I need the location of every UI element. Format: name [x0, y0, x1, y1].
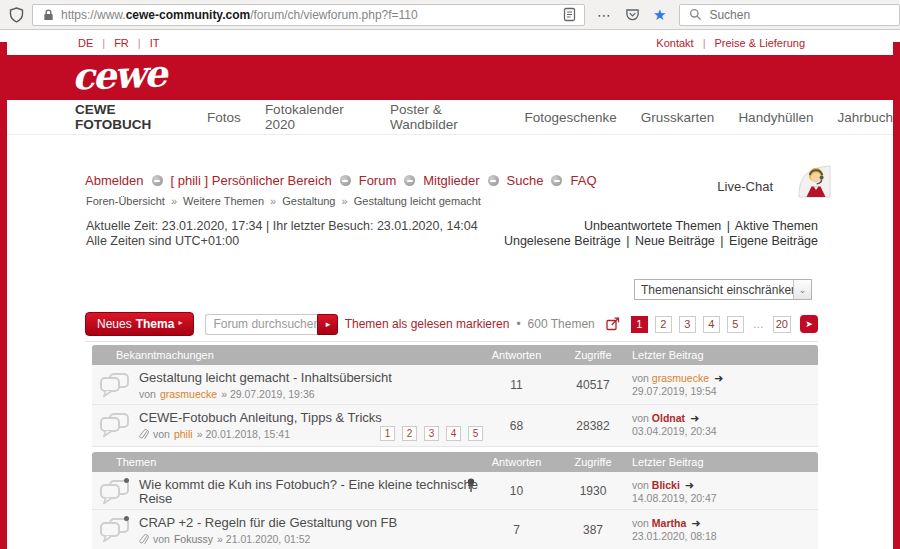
- cewe-logo[interactable]: cewe: [71, 51, 166, 98]
- next-page-button[interactable]: ➤: [800, 315, 818, 333]
- reader-mode-icon[interactable]: [563, 7, 576, 22]
- page-5-button[interactable]: 5: [727, 316, 744, 333]
- kontakt-link[interactable]: Kontakt: [656, 37, 693, 49]
- page-3-button[interactable]: 3: [679, 316, 696, 333]
- topic-title-link[interactable]: Wie kommt die Kuh ins Fotobuch? - Eine k…: [139, 478, 479, 506]
- page-right-red-edge: [893, 42, 900, 549]
- author-link[interactable]: grasmuecke: [160, 388, 217, 400]
- forum-search-submit-button[interactable]: ▸: [317, 314, 338, 335]
- attachment-icon: [139, 534, 149, 545]
- url-bar[interactable]: https://www.cewe-community.com/forum/ch/…: [32, 4, 585, 26]
- replies-count: 10: [479, 472, 554, 509]
- views-count: 28382: [554, 405, 632, 446]
- last-post-author-link[interactable]: Martha: [652, 517, 686, 529]
- nav-fotos[interactable]: Fotos: [207, 110, 241, 125]
- browser-search-box[interactable]: [679, 4, 900, 26]
- pocket-icon[interactable]: [625, 7, 640, 22]
- page-2-button[interactable]: 2: [655, 316, 672, 333]
- mini-page-2[interactable]: 2: [402, 426, 417, 441]
- last-post-author-link[interactable]: Oldnat: [652, 412, 685, 424]
- last-post-date: 03.04.2019, 20:34: [632, 425, 818, 438]
- pinned-topic-icon: [465, 478, 477, 497]
- nav-fotokalender[interactable]: Fotokalender 2020: [265, 102, 366, 132]
- breadcrumb-current[interactable]: Gestaltung leicht gemacht: [354, 195, 481, 207]
- preise-lieferung-link[interactable]: Preise & Lieferung: [715, 37, 806, 49]
- topic-count: 600 Themen: [528, 317, 595, 331]
- breadcrumb-foren-uebersicht[interactable]: Foren-Übersicht: [86, 195, 165, 207]
- browser-search-input[interactable]: [709, 8, 869, 22]
- new-topic-button[interactable]: Neues Thema ▸: [85, 312, 194, 336]
- lock-icon[interactable]: [42, 8, 55, 22]
- replies-count: 11: [479, 365, 554, 404]
- button-arrow-icon: ▸: [178, 318, 182, 327]
- page-actions-icon[interactable]: ⋯: [597, 7, 612, 23]
- topics-header: Themen Antworten Zugriffe Letzter Beitra…: [92, 452, 818, 472]
- live-chat-label: Live-Chat: [717, 179, 773, 194]
- forum-actions-bar: Neues Thema ▸ ▸ Themen als gelesen marki…: [85, 311, 818, 337]
- live-chat-agent-icon: [786, 162, 832, 198]
- topic-title-link[interactable]: CEWE-Fotobuch Anleitung, Tipps & Tricks: [139, 411, 382, 425]
- goto-last-post-icon[interactable]: ➜: [691, 517, 700, 529]
- lang-it[interactable]: IT: [150, 37, 160, 49]
- forum-search-input[interactable]: [205, 314, 317, 335]
- menu-persoenlicher-bereich[interactable]: [ phili ] Persönlicher Bereich: [171, 173, 332, 188]
- goto-last-post-icon[interactable]: ➜: [685, 479, 694, 491]
- session-times: Aktuelle Zeit: 23.01.2020, 17:34 | Ihr l…: [86, 219, 478, 249]
- nav-grusskarten[interactable]: Grusskarten: [641, 110, 715, 125]
- mini-page-1[interactable]: 1: [380, 426, 395, 441]
- tracking-shield-icon[interactable]: [9, 7, 24, 23]
- section-divider: [85, 341, 818, 342]
- menu-suche[interactable]: Suche: [507, 173, 544, 188]
- last-post-author-link[interactable]: Blicki: [652, 479, 680, 491]
- brand-banner: cewe: [0, 55, 900, 100]
- menu-separator-icon: [340, 175, 351, 186]
- unread-marker-icon: [124, 478, 129, 483]
- url-scheme: https://www.: [61, 8, 126, 22]
- goto-last-post-icon[interactable]: ➜: [714, 372, 723, 384]
- forum-user-menu: Abmelden [ phili ] Persönlicher Bereich …: [85, 173, 597, 188]
- breadcrumb-weitere-themen[interactable]: Weitere Themen: [183, 195, 264, 207]
- mark-topics-read-link[interactable]: Themen als gelesen markieren: [345, 317, 510, 331]
- mini-page-3[interactable]: 3: [424, 426, 439, 441]
- menu-forum[interactable]: Forum: [359, 173, 397, 188]
- last-post-author-link[interactable]: grasmuecke: [652, 372, 709, 384]
- nav-poster-wandbilder[interactable]: Poster & Wandbilder: [390, 102, 501, 132]
- breadcrumb-gestaltung[interactable]: Gestaltung: [282, 195, 335, 207]
- page-1-button[interactable]: 1: [631, 316, 648, 333]
- topic-title-link[interactable]: CRAP +2 - Regeln für die Gestaltung von …: [139, 516, 397, 530]
- last-post-date: 14.08.2019, 20:47: [632, 492, 818, 505]
- menu-mitglieder[interactable]: Mitglieder: [423, 173, 479, 188]
- nav-fotogeschenke[interactable]: Fotogeschenke: [525, 110, 617, 125]
- link-eigene-beitraege[interactable]: Eigene Beiträge: [729, 234, 818, 248]
- topic-view-filter-select[interactable]: Themenansicht einschränken... ⌄: [634, 279, 812, 300]
- goto-last-post-icon[interactable]: ➜: [690, 412, 699, 424]
- menu-faq[interactable]: FAQ: [570, 173, 596, 188]
- link-ungelesene-beitraege[interactable]: Ungelesene Beiträge: [504, 234, 621, 248]
- lang-fr[interactable]: FR: [114, 37, 129, 49]
- mini-page-4[interactable]: 4: [446, 426, 461, 441]
- nav-cewe-fotobuch[interactable]: CEWE FOTOBUCH: [75, 102, 183, 132]
- nav-handyhuellen[interactable]: Handyhüllen: [738, 110, 813, 125]
- author-link[interactable]: phili: [174, 428, 193, 440]
- page-4-button[interactable]: 4: [703, 316, 720, 333]
- author-link[interactable]: Fokussy: [174, 533, 213, 545]
- nav-jahrbuch[interactable]: Jahrbuch: [837, 110, 893, 125]
- external-link-icon[interactable]: [606, 317, 620, 331]
- page-left-red-edge: [0, 42, 7, 549]
- topic-title-link[interactable]: Gestaltung leicht gemacht - Inhaltsübers…: [139, 371, 392, 385]
- link-neue-beitraege[interactable]: Neue Beiträge: [635, 234, 715, 248]
- lang-de[interactable]: DE: [78, 37, 93, 49]
- link-unbeantwortete-themen[interactable]: Unbeantwortete Themen: [584, 219, 721, 233]
- page-20-button[interactable]: 20: [773, 316, 791, 333]
- table-row: CRAP +2 - Regeln für die Gestaltung von …: [92, 510, 818, 549]
- table-row: Wie kommt die Kuh ins Fotobuch? - Eine k…: [92, 472, 818, 510]
- mini-page-5[interactable]: 5: [468, 426, 483, 441]
- browser-toolbar: https://www.cewe-community.com/forum/ch/…: [0, 0, 900, 30]
- url-path: /forum/ch/viewforum.php?f=110: [250, 8, 418, 22]
- menu-abmelden[interactable]: Abmelden: [85, 173, 144, 188]
- link-aktive-themen[interactable]: Aktive Themen: [735, 219, 818, 233]
- live-chat[interactable]: Live-Chat: [717, 162, 832, 198]
- attachment-icon: [139, 429, 149, 440]
- bookmark-star-icon[interactable]: ★: [653, 7, 666, 22]
- last-post-date: 29.07.2019, 19:54: [632, 385, 818, 398]
